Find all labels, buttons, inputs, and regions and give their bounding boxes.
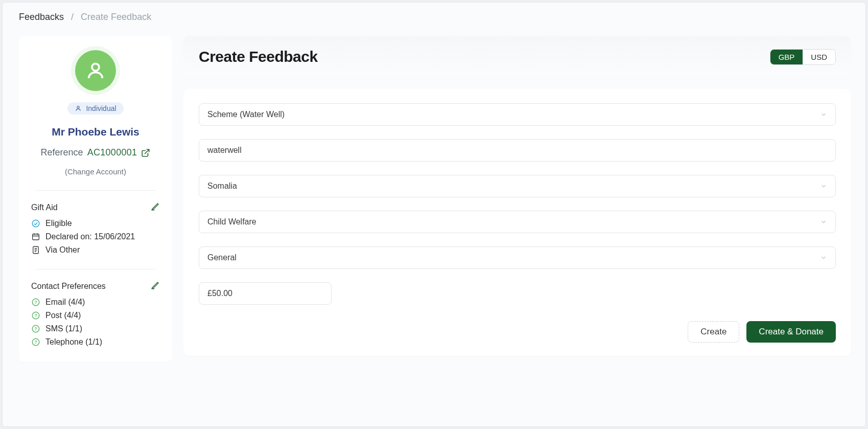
create-donate-button[interactable]: Create & Donate (746, 321, 836, 343)
account-type-label: Individual (86, 104, 116, 112)
person-small-icon (75, 105, 82, 112)
help-circle-icon: ? (31, 337, 40, 347)
svg-point-2 (32, 220, 39, 227)
chevron-down-icon (820, 111, 827, 118)
amount-input[interactable]: £50.00 (199, 282, 332, 305)
breadcrumb-separator: / (71, 12, 74, 22)
external-link-icon[interactable] (141, 148, 150, 157)
page-header: Create Feedback GBP USD (183, 36, 851, 78)
profile-sidebar: Individual Mr Phoebe Lewis Reference AC1… (19, 36, 172, 362)
divider (35, 190, 156, 191)
giftaid-declared: Declared on: 15/06/2021 (45, 232, 135, 241)
create-button[interactable]: Create (688, 321, 739, 343)
help-circle-icon: ? (31, 298, 40, 307)
svg-point-1 (77, 106, 79, 108)
breadcrumb-root[interactable]: Feedbacks (19, 12, 64, 22)
giftaid-title: Gift Aid (31, 203, 58, 212)
account-type-badge: Individual (67, 102, 123, 115)
contactprefs-edit-button[interactable] (151, 281, 160, 291)
check-circle-icon (31, 219, 40, 228)
pencil-icon (151, 281, 160, 290)
chevron-down-icon (820, 218, 827, 225)
giftaid-via: Via Other (45, 245, 80, 255)
name-input[interactable]: waterwell (199, 139, 836, 162)
contactpref-item: Post (4/4) (45, 311, 81, 320)
breadcrumb: Feedbacks / Create Feedback (3, 3, 865, 28)
svg-text:?: ? (34, 300, 37, 305)
category-value: Child Welfare (207, 217, 256, 227)
giftaid-edit-button[interactable] (151, 202, 160, 213)
contactpref-item: Telephone (1/1) (45, 337, 102, 347)
svg-text:?: ? (34, 340, 37, 345)
calendar-icon (31, 232, 40, 241)
avatar (75, 50, 116, 91)
help-circle-icon: ? (31, 311, 40, 320)
help-circle-icon: ? (31, 324, 40, 333)
breadcrumb-current: Create Feedback (81, 12, 151, 22)
category-select[interactable]: Child Welfare (199, 211, 836, 233)
person-icon (85, 60, 106, 81)
change-account-link[interactable]: (Change Account) (31, 167, 160, 176)
type-value: General (207, 253, 237, 262)
country-select[interactable]: Somalia (199, 175, 836, 197)
reference-value: AC1000001 (87, 147, 137, 158)
giftaid-eligible: Eligible (45, 219, 72, 228)
currency-option-gbp[interactable]: GBP (770, 50, 803, 64)
type-select[interactable]: General (199, 246, 836, 269)
scheme-value: Scheme (Water Well) (207, 110, 285, 119)
form-card: Scheme (Water Well) waterwell Somalia Ch… (183, 89, 851, 356)
currency-toggle[interactable]: GBP USD (770, 49, 836, 65)
doc-icon (31, 245, 40, 255)
country-value: Somalia (207, 182, 237, 191)
contactpref-item: Email (4/4) (45, 298, 85, 307)
svg-rect-3 (33, 234, 39, 240)
profile-name: Mr Phoebe Lewis (31, 126, 160, 138)
name-input-value: waterwell (207, 146, 242, 155)
svg-text:?: ? (34, 327, 37, 331)
scheme-select[interactable]: Scheme (Water Well) (199, 103, 836, 126)
currency-option-usd[interactable]: USD (803, 50, 835, 64)
divider (35, 269, 156, 269)
svg-text:?: ? (34, 313, 37, 318)
pencil-icon (151, 202, 160, 211)
chevron-down-icon (820, 183, 827, 190)
page-title: Create Feedback (199, 48, 318, 65)
chevron-down-icon (820, 254, 827, 261)
reference-label: Reference (41, 147, 83, 158)
contactprefs-title: Contact Preferences (31, 282, 106, 291)
contactpref-item: SMS (1/1) (45, 324, 82, 333)
amount-value: £50.00 (207, 289, 232, 298)
svg-point-0 (92, 63, 99, 71)
